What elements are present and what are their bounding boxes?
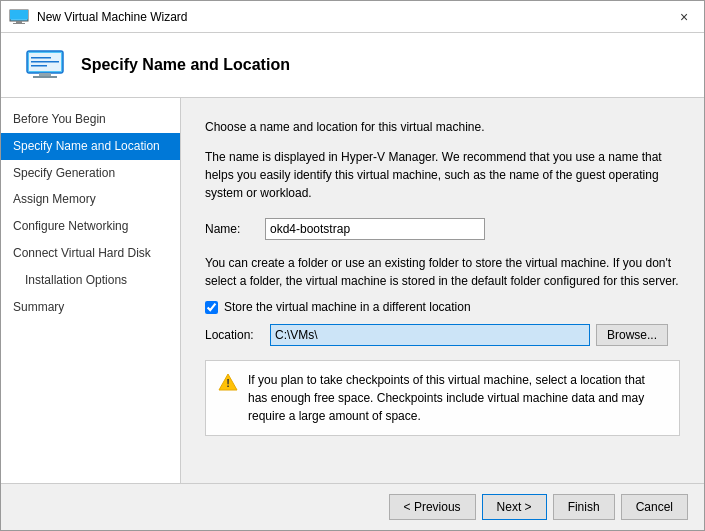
svg-rect-8 — [31, 57, 51, 59]
sidebar-item-assign-memory[interactable]: Assign Memory — [1, 186, 180, 213]
name-label: Name: — [205, 222, 265, 236]
cancel-button[interactable]: Cancel — [621, 494, 688, 520]
name-input[interactable] — [265, 218, 485, 240]
svg-text:!: ! — [226, 377, 230, 389]
window-icon — [9, 9, 29, 25]
svg-rect-2 — [16, 21, 22, 23]
wizard-window: New Virtual Machine Wizard × Specify Nam… — [0, 0, 705, 531]
store-different-label[interactable]: Store the virtual machine in a different… — [224, 300, 471, 314]
svg-rect-6 — [39, 73, 51, 76]
warning-text: If you plan to take checkpoints of this … — [248, 371, 667, 425]
location-row: Location: Browse... — [205, 324, 680, 346]
sidebar-item-specify-name[interactable]: Specify Name and Location — [1, 133, 180, 160]
sidebar-item-summary[interactable]: Summary — [1, 294, 180, 321]
sidebar: Before You Begin Specify Name and Locati… — [1, 98, 181, 483]
svg-rect-10 — [31, 65, 47, 67]
sidebar-item-installation-options[interactable]: Installation Options — [1, 267, 180, 294]
finish-button[interactable]: Finish — [553, 494, 615, 520]
location-label: Location: — [205, 328, 270, 342]
warning-box: ! If you plan to take checkpoints of thi… — [205, 360, 680, 436]
main-content: Choose a name and location for this virt… — [181, 98, 704, 483]
sidebar-item-specify-generation[interactable]: Specify Generation — [1, 160, 180, 187]
wizard-header: Specify Name and Location — [1, 33, 704, 98]
warning-icon: ! — [218, 372, 238, 392]
next-button[interactable]: Next > — [482, 494, 547, 520]
name-row: Name: — [205, 218, 680, 240]
svg-rect-1 — [10, 10, 28, 19]
wizard-body: Specify Name and Location Before You Beg… — [1, 33, 704, 530]
svg-rect-3 — [13, 23, 25, 24]
store-different-checkbox[interactable] — [205, 301, 218, 314]
close-button[interactable]: × — [672, 5, 696, 29]
svg-rect-7 — [33, 76, 57, 78]
sidebar-item-before-you-begin[interactable]: Before You Begin — [1, 106, 180, 133]
middle-section: Before You Begin Specify Name and Locati… — [1, 98, 704, 483]
intro-text: Choose a name and location for this virt… — [205, 118, 680, 136]
title-bar-text: New Virtual Machine Wizard — [37, 10, 672, 24]
wizard-page-title: Specify Name and Location — [81, 56, 290, 74]
bottom-bar: < Previous Next > Finish Cancel — [1, 483, 704, 530]
sidebar-item-configure-networking[interactable]: Configure Networking — [1, 213, 180, 240]
detail-text: The name is displayed in Hyper-V Manager… — [205, 148, 680, 202]
svg-rect-9 — [31, 61, 59, 63]
checkbox-row: Store the virtual machine in a different… — [205, 300, 680, 314]
wizard-header-icon — [25, 49, 65, 81]
folder-text: You can create a folder or use an existi… — [205, 254, 680, 290]
location-input[interactable] — [270, 324, 590, 346]
previous-button[interactable]: < Previous — [389, 494, 476, 520]
title-bar: New Virtual Machine Wizard × — [1, 1, 704, 33]
sidebar-item-connect-vhd[interactable]: Connect Virtual Hard Disk — [1, 240, 180, 267]
browse-button[interactable]: Browse... — [596, 324, 668, 346]
